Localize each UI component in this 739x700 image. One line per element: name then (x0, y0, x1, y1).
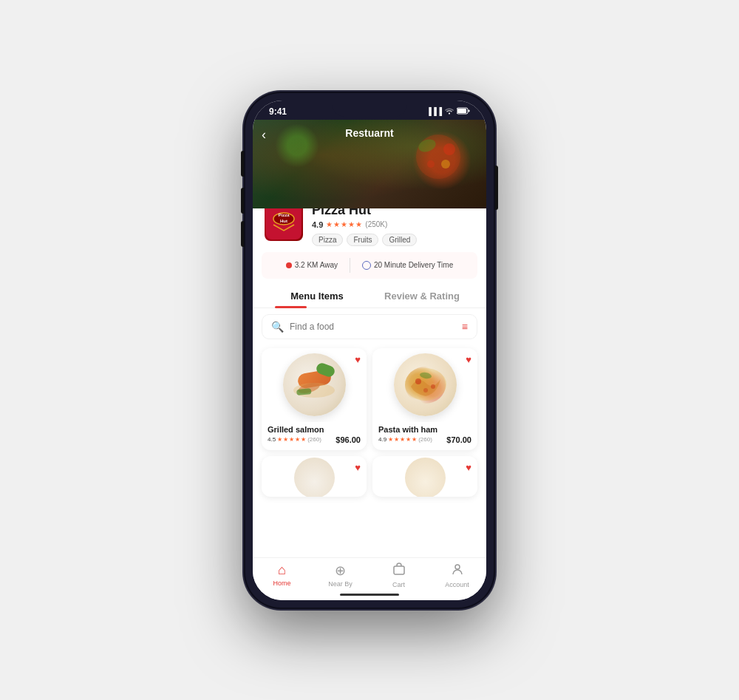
distance-text: 3.2 KM Away (295, 261, 338, 269)
nav-home[interactable]: ⌂ Home (253, 563, 311, 588)
pasta-star-3: ★ (400, 436, 405, 443)
restaurant-details: Pizza Hut 4.9 ★ ★ ★ ★ ★ (250K) (312, 203, 474, 246)
stars: ★ ★ ★ ★ ★ (326, 220, 362, 228)
partial-food-image-1 (294, 458, 335, 497)
heart-button-pasta[interactable]: ♥ (466, 354, 471, 365)
header-title: Restuarnt (345, 127, 393, 139)
food-name-pasta: Pasta with ham (378, 425, 471, 434)
star-5: ★ (355, 220, 362, 228)
food-rating-pasta: 4.9 ★ ★ ★ ★ ★ (260) (378, 436, 432, 443)
filter-icon[interactable]: ≡ (462, 321, 468, 333)
food-card-partial-1[interactable]: ♥ (262, 456, 367, 497)
location-dot (286, 262, 292, 268)
tabs: Menu Items Review & Rating (253, 285, 486, 308)
partial-food-image-2 (405, 458, 446, 497)
rating-number: 4.9 (312, 220, 323, 229)
wifi-icon (445, 107, 454, 116)
food-grid: ♥ (253, 348, 486, 506)
rating-count: (250K) (365, 220, 387, 228)
home-bar (340, 594, 399, 596)
food-review-count-salmon: (260) (307, 436, 321, 443)
back-button[interactable]: ‹ (262, 127, 266, 143)
tab-menu-items[interactable]: Menu Items (265, 285, 370, 307)
svg-rect-1 (457, 109, 466, 113)
phone-shell: 9:41 ▐▐▐ (244, 92, 495, 609)
pasta-plate (394, 353, 457, 416)
pasta-details (400, 361, 452, 409)
food-image-pasta (372, 348, 477, 422)
nav-nearby-label: Near By (328, 580, 353, 588)
delivery-info: 20 Minute Delivery Time (362, 261, 453, 270)
food-meta-pasta: 4.9 ★ ★ ★ ★ ★ (260) (378, 435, 471, 444)
svg-point-18 (431, 384, 435, 389)
food-star-3: ★ (289, 436, 294, 443)
search-icon: 🔍 (271, 321, 284, 333)
svg-rect-21 (394, 566, 404, 574)
food-price-pasta: $70.00 (446, 435, 471, 444)
svg-point-7 (427, 160, 435, 168)
nav-nearby[interactable]: ⊕ Near By (311, 563, 370, 588)
account-icon (451, 563, 464, 580)
pasta-star-4: ★ (406, 436, 411, 443)
info-divider (350, 258, 350, 273)
battery-icon (457, 107, 470, 116)
food-star-2: ★ (283, 436, 288, 443)
food-card-pasta[interactable]: ♥ (372, 348, 477, 450)
food-star-5: ★ (301, 436, 306, 443)
food-rating-salmon: 4.5 ★ ★ ★ ★ ★ (260) (268, 436, 321, 443)
distance-info: 3.2 KM Away (286, 261, 338, 269)
svg-point-22 (455, 565, 460, 569)
food-meta-salmon: 4.5 ★ ★ ★ ★ ★ (260) (268, 435, 361, 444)
nav-cart[interactable]: Cart (370, 563, 428, 588)
pasta-star-1: ★ (388, 436, 393, 443)
svg-text:Hut: Hut (280, 219, 287, 223)
food-info-salmon: Grilled salmon 4.5 ★ ★ ★ ★ ★ (262, 422, 367, 450)
info-strip: 3.2 KM Away 20 Minute Delivery Time (262, 252, 477, 279)
pasta-star-2: ★ (394, 436, 399, 443)
food-rating-num-pasta: 4.9 (378, 436, 386, 443)
food-stars-pasta: ★ ★ ★ ★ ★ (388, 436, 417, 443)
food-star-4: ★ (295, 436, 300, 443)
food-info-pasta: Pasta with ham 4.9 ★ ★ ★ ★ ★ (372, 422, 477, 450)
rating-row: 4.9 ★ ★ ★ ★ ★ (250K) (312, 220, 474, 229)
food-rating-num-salmon: 4.5 (268, 436, 276, 443)
svg-rect-2 (469, 109, 470, 112)
svg-point-5 (443, 143, 455, 155)
salmon-details (290, 379, 338, 401)
tag-grilled[interactable]: Grilled (382, 234, 417, 246)
food-review-count-pasta: (260) (418, 436, 432, 443)
heart-button-partial-1[interactable]: ♥ (355, 462, 361, 473)
notch (333, 101, 406, 117)
header-image: ‹ Restuarnt (253, 120, 486, 208)
star-4: ★ (348, 220, 355, 228)
delivery-time-text: 20 Minute Delivery Time (374, 261, 453, 269)
pasta-star-5: ★ (412, 436, 417, 443)
heart-button-salmon[interactable]: ♥ (355, 354, 361, 365)
star-2: ★ (333, 220, 340, 228)
heart-button-partial-2[interactable]: ♥ (466, 462, 471, 473)
food-card-partial-2[interactable]: ♥ (372, 456, 477, 497)
nav-account-label: Account (445, 581, 469, 588)
nav-home-label: Home (273, 580, 290, 587)
star-1: ★ (326, 220, 333, 228)
status-time: 9:41 (269, 106, 287, 117)
nearby-icon: ⊕ (335, 563, 346, 579)
svg-point-3 (416, 135, 460, 179)
tag-fruits[interactable]: Fruits (347, 234, 378, 246)
food-card-salmon[interactable]: ♥ (262, 348, 367, 450)
phone-mockup: 9:41 ▐▐▐ (244, 92, 495, 609)
search-bar[interactable]: 🔍 ≡ (262, 314, 477, 339)
svg-point-19 (423, 388, 428, 393)
nav-account[interactable]: Account (428, 563, 486, 588)
nav-cart-label: Cart (392, 581, 405, 588)
tag-pizza[interactable]: Pizza (312, 234, 343, 246)
food-decoration-2 (275, 123, 319, 168)
star-3: ★ (341, 220, 347, 228)
content-card: Pizza Hut Pizza Hut 4.9 ★ ★ ★ (253, 194, 486, 557)
tab-review-rating[interactable]: Review & Rating (370, 285, 474, 307)
food-star-1: ★ (277, 436, 282, 443)
search-input[interactable] (290, 322, 456, 332)
food-image-salmon (262, 348, 367, 422)
svg-text:Pizza: Pizza (278, 213, 290, 217)
svg-point-17 (415, 378, 421, 384)
